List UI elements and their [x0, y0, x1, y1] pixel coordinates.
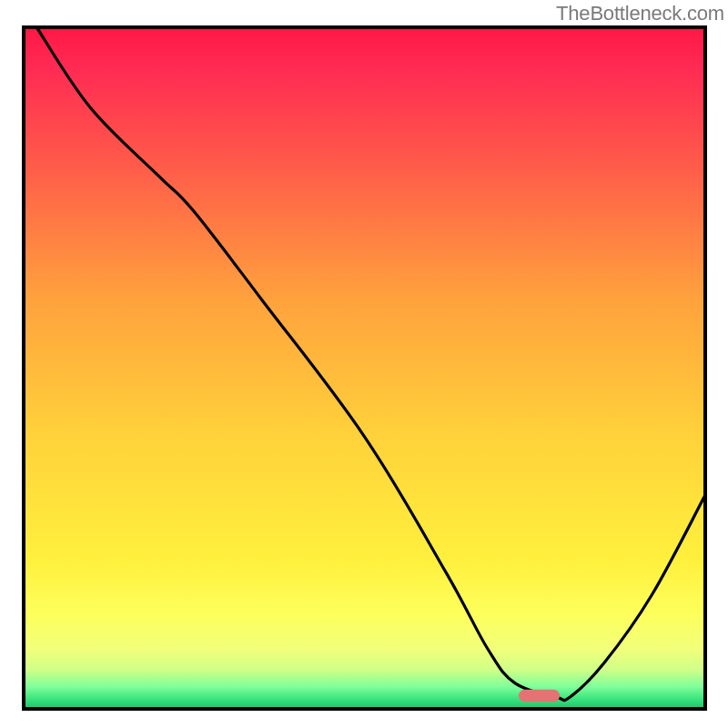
- watermark-text: TheBottleneck.com: [556, 2, 724, 25]
- chart-container: TheBottleneck.com: [0, 0, 728, 728]
- optimal-marker: [519, 690, 560, 703]
- curve-overlay: [22, 25, 707, 711]
- plot-area: [22, 25, 707, 711]
- bottleneck-curve: [35, 25, 707, 701]
